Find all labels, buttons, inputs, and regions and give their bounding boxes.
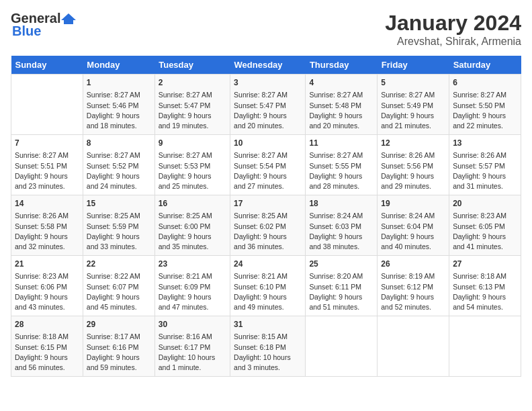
- day-info-line: Sunset: 5:54 PM: [234, 161, 302, 171]
- day-info-line: Daylight: 9 hours: [159, 292, 226, 302]
- day-info-line: Sunset: 6:11 PM: [309, 282, 373, 292]
- calendar-day-cell: [449, 316, 521, 377]
- calendar-day-cell: 23Sunrise: 8:21 AMSunset: 6:09 PMDayligh…: [154, 256, 230, 316]
- calendar-day-header: Thursday: [306, 56, 378, 75]
- day-info-line: and 19 minutes.: [159, 121, 226, 131]
- day-info-line: and 32 minutes.: [15, 242, 79, 252]
- day-info-line: Sunrise: 8:21 AM: [159, 271, 226, 281]
- day-info-line: and 41 minutes.: [453, 242, 517, 252]
- day-number: 11: [309, 138, 373, 149]
- day-info-line: and 18 minutes.: [87, 121, 151, 131]
- day-info-line: and 25 minutes.: [159, 181, 226, 191]
- day-number: 15: [87, 198, 151, 210]
- day-number: 28: [15, 319, 79, 330]
- day-info-line: Sunset: 5:51 PM: [15, 161, 79, 171]
- day-info-line: Daylight: 9 hours: [15, 171, 79, 181]
- day-info-line: Sunset: 6:03 PM: [309, 222, 373, 232]
- calendar-day-cell: 13Sunrise: 8:26 AMSunset: 5:57 PMDayligh…: [449, 135, 521, 195]
- day-info-line: and 27 minutes.: [234, 181, 302, 191]
- day-info-line: Sunrise: 8:19 AM: [381, 271, 445, 281]
- day-info-line: Sunset: 5:55 PM: [309, 161, 373, 171]
- day-info-line: Daylight: 9 hours: [453, 292, 517, 302]
- calendar-day-cell: 11Sunrise: 8:27 AMSunset: 5:55 PMDayligh…: [306, 135, 378, 195]
- day-info-line: Daylight: 9 hours: [234, 232, 302, 242]
- calendar-week-row: 14Sunrise: 8:26 AMSunset: 5:58 PMDayligh…: [11, 195, 521, 256]
- day-info-line: Sunrise: 8:27 AM: [234, 90, 302, 100]
- day-info-line: and 38 minutes.: [309, 242, 373, 252]
- calendar-day-cell: 19Sunrise: 8:24 AMSunset: 6:04 PMDayligh…: [378, 195, 449, 256]
- day-info-line: Daylight: 9 hours: [159, 171, 226, 181]
- day-info-line: Sunset: 5:47 PM: [234, 101, 302, 111]
- day-info-line: Daylight: 9 hours: [309, 111, 373, 121]
- day-number: 17: [234, 198, 302, 210]
- calendar-day-cell: 1Sunrise: 8:27 AMSunset: 5:46 PMDaylight…: [83, 75, 154, 135]
- day-number: 7: [15, 138, 79, 149]
- day-info-line: Sunrise: 8:25 AM: [87, 211, 151, 221]
- day-number: 22: [87, 259, 151, 270]
- calendar-day-cell: 4Sunrise: 8:27 AMSunset: 5:48 PMDaylight…: [306, 75, 378, 135]
- calendar-day-cell: 22Sunrise: 8:22 AMSunset: 6:07 PMDayligh…: [83, 256, 154, 316]
- day-info-line: Daylight: 9 hours: [87, 171, 151, 181]
- day-info-line: Daylight: 9 hours: [234, 171, 302, 181]
- calendar-day-cell: [378, 316, 449, 377]
- calendar-day-cell: 29Sunrise: 8:17 AMSunset: 6:16 PMDayligh…: [83, 316, 154, 377]
- title-area: January 2024 Arevshat, Shirak, Armenia: [385, 11, 521, 48]
- day-info-line: and 47 minutes.: [159, 302, 226, 312]
- day-number: 6: [453, 77, 517, 89]
- calendar-week-row: 28Sunrise: 8:18 AMSunset: 6:15 PMDayligh…: [11, 316, 521, 377]
- calendar-day-header: Wednesday: [230, 56, 306, 75]
- day-info-line: and 40 minutes.: [381, 242, 445, 252]
- day-info-line: Sunrise: 8:27 AM: [309, 150, 373, 161]
- day-info-line: and 59 minutes.: [87, 363, 151, 373]
- calendar-week-row: 7Sunrise: 8:27 AMSunset: 5:51 PMDaylight…: [11, 135, 521, 195]
- calendar-day-cell: 27Sunrise: 8:18 AMSunset: 6:13 PMDayligh…: [449, 256, 521, 316]
- day-info-line: Sunset: 6:15 PM: [15, 342, 79, 353]
- day-info-line: Sunrise: 8:27 AM: [234, 150, 302, 161]
- day-info-line: Sunrise: 8:17 AM: [87, 332, 151, 342]
- calendar-day-cell: 28Sunrise: 8:18 AMSunset: 6:15 PMDayligh…: [11, 316, 83, 377]
- day-info-line: Sunrise: 8:24 AM: [309, 211, 373, 221]
- day-info-line: Daylight: 9 hours: [381, 292, 445, 302]
- location-title: Arevshat, Shirak, Armenia: [385, 36, 521, 48]
- day-number: 16: [159, 198, 226, 210]
- calendar-day-cell: 8Sunrise: 8:27 AMSunset: 5:52 PMDaylight…: [83, 135, 154, 195]
- calendar-day-cell: 25Sunrise: 8:20 AMSunset: 6:11 PMDayligh…: [306, 256, 378, 316]
- calendar-day-cell: 5Sunrise: 8:27 AMSunset: 5:49 PMDaylight…: [378, 75, 449, 135]
- day-info-line: Sunset: 6:00 PM: [159, 222, 226, 232]
- calendar-day-cell: 20Sunrise: 8:23 AMSunset: 6:05 PMDayligh…: [449, 195, 521, 256]
- calendar-day-cell: 26Sunrise: 8:19 AMSunset: 6:12 PMDayligh…: [378, 256, 449, 316]
- day-number: 9: [159, 138, 226, 149]
- calendar-day-header: Saturday: [449, 56, 521, 75]
- day-info-line: Daylight: 9 hours: [309, 232, 373, 242]
- day-info-line: Daylight: 10 hours: [159, 353, 226, 363]
- day-info-line: Sunrise: 8:27 AM: [87, 150, 151, 161]
- day-info-line: Sunrise: 8:21 AM: [234, 271, 302, 281]
- day-number: 26: [381, 259, 445, 270]
- day-info-line: and 22 minutes.: [453, 121, 517, 131]
- calendar-week-row: 21Sunrise: 8:23 AMSunset: 6:06 PMDayligh…: [11, 256, 521, 316]
- day-info-line: Sunset: 5:49 PM: [381, 101, 445, 111]
- calendar-day-cell: 18Sunrise: 8:24 AMSunset: 6:03 PMDayligh…: [306, 195, 378, 256]
- day-info-line: and 31 minutes.: [453, 181, 517, 191]
- day-info-line: Sunrise: 8:26 AM: [381, 150, 445, 161]
- logo: General Blue: [11, 11, 77, 39]
- day-info-line: Sunset: 5:50 PM: [453, 101, 517, 111]
- day-info-line: Sunset: 6:16 PM: [87, 342, 151, 353]
- day-info-line: Sunrise: 8:16 AM: [159, 332, 226, 342]
- calendar-week-row: 1Sunrise: 8:27 AMSunset: 5:46 PMDaylight…: [11, 75, 521, 135]
- day-info-line: Sunrise: 8:27 AM: [453, 90, 517, 100]
- day-number: 1: [87, 77, 151, 89]
- day-info-line: and 33 minutes.: [87, 242, 151, 252]
- day-info-line: Sunrise: 8:23 AM: [15, 271, 79, 281]
- day-info-line: and 28 minutes.: [309, 181, 373, 191]
- day-info-line: and 43 minutes.: [15, 302, 79, 312]
- calendar-day-cell: 9Sunrise: 8:27 AMSunset: 5:53 PMDaylight…: [154, 135, 230, 195]
- day-info-line: Sunrise: 8:27 AM: [15, 150, 79, 161]
- day-info-line: Sunrise: 8:25 AM: [159, 211, 226, 221]
- day-info-line: and 1 minute.: [159, 363, 226, 373]
- day-info-line: Sunrise: 8:25 AM: [234, 211, 302, 221]
- calendar-day-cell: 15Sunrise: 8:25 AMSunset: 5:59 PMDayligh…: [83, 195, 154, 256]
- month-title: January 2024: [385, 11, 521, 36]
- day-info-line: Sunrise: 8:18 AM: [453, 271, 517, 281]
- day-info-line: Sunset: 6:09 PM: [159, 282, 226, 292]
